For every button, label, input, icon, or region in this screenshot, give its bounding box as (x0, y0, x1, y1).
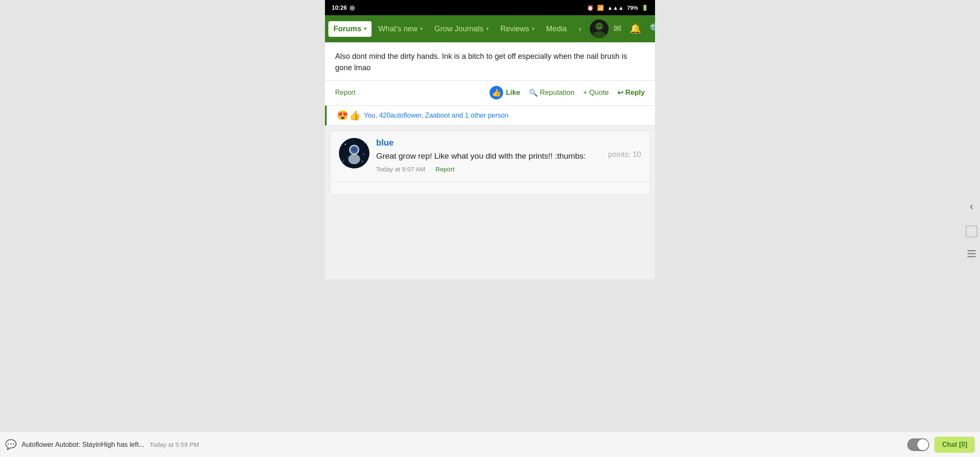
post-text-block: Also dont mind the dirty hands. Ink is a… (325, 42, 655, 81)
like-button[interactable]: 👍 Like (490, 86, 520, 99)
media-label: Media (546, 25, 567, 33)
reactions-row: 😍 👍 You, 420autoflower, Zaaboot and 1 ot… (325, 106, 655, 126)
status-right: ⏰ 📶 ▲▲▲ 79% 🔋 (587, 5, 648, 11)
main-navbar: Forums ▾ What's new ▾ Grow Journals ▾ Re… (325, 15, 655, 42)
forums-label: Forums (333, 25, 361, 33)
reply-meta: Today at 9:07 AM · Report (376, 165, 641, 173)
svg-point-13 (347, 157, 348, 157)
reply-content: Great grow rep! Like what you did with t… (376, 150, 641, 162)
content-area: Also dont mind the dirty hands. Ink is a… (325, 42, 655, 279)
report-button[interactable]: Report (335, 89, 355, 96)
reputation-label: Reputation (540, 88, 575, 97)
whats-new-dropdown-arrow: ▾ (420, 26, 423, 32)
forums-dropdown-arrow: ▾ (364, 26, 366, 32)
svg-point-14 (363, 154, 364, 154)
reply-text: Great grow rep! Like what you did with t… (376, 150, 603, 162)
more-icon: › (579, 25, 581, 33)
quote-label: + Quote (583, 88, 609, 97)
like-thumb-icon: 👍 (490, 86, 503, 99)
battery-icon: 🔋 (641, 5, 648, 11)
nav-item-whats-new[interactable]: What's new ▾ (373, 21, 427, 37)
reaction-emojis: 😍 👍 (337, 110, 361, 121)
nav-item-media[interactable]: Media (541, 21, 572, 37)
nav-more-button[interactable]: › (574, 21, 586, 37)
wifi-icon: 📶 (597, 5, 604, 11)
reply-timestamp: Today at 9:07 AM (376, 165, 425, 173)
svg-point-6 (348, 154, 360, 164)
grow-journals-dropdown-arrow: ▾ (486, 26, 489, 32)
reputation-button[interactable]: 🔍 Reputation (529, 88, 575, 97)
reply-user-avatar[interactable] (339, 138, 369, 168)
reviews-label: Reviews (501, 25, 529, 33)
signal-icon: ▲▲▲ (607, 5, 624, 11)
reaction-users-list[interactable]: You, 420autoflower, Zaaboot and 1 other … (364, 112, 509, 119)
nav-item-forums[interactable]: Forums ▾ (328, 21, 372, 37)
whats-new-label: What's new (378, 25, 417, 33)
post-body-text: Also dont mind the dirty hands. Ink is a… (335, 52, 627, 72)
meta-separator: · (429, 165, 431, 173)
svg-point-11 (362, 161, 363, 162)
reply-header: blue Great grow rep! Like what you did w… (339, 138, 641, 173)
quote-button[interactable]: + Quote (583, 88, 609, 97)
svg-point-10 (364, 143, 365, 143)
status-left: 10:26 ◎ (332, 4, 355, 11)
svg-point-9 (345, 144, 346, 145)
nav-item-reviews[interactable]: Reviews ▾ (496, 21, 540, 37)
battery-level: 79% (627, 5, 638, 11)
circle-icon: ◎ (350, 4, 355, 11)
reply-username[interactable]: blue (376, 138, 641, 148)
reputation-search-icon: 🔍 (529, 88, 538, 97)
alarm-icon: ⏰ (587, 5, 594, 11)
partial-reply-indicator (330, 182, 650, 195)
reply-body: blue Great grow rep! Like what you did w… (376, 138, 641, 173)
user-avatar[interactable] (590, 19, 608, 38)
grow-journals-label: Grow Journals (435, 25, 484, 33)
time-display: 10:26 (332, 4, 347, 11)
reply-button[interactable]: ↩ Reply (617, 88, 645, 97)
notifications-icon[interactable]: 🔔 (626, 20, 644, 38)
svg-point-12 (343, 161, 344, 162)
heart-eyes-emoji: 😍 (337, 110, 348, 121)
post-actions-bar: Report 👍 Like 🔍 Reputation + Quote ↩ Rep… (325, 81, 655, 106)
thumbs-up-emoji: 👍 (349, 110, 361, 121)
like-label: Like (506, 88, 520, 97)
nav-item-grow-journals[interactable]: Grow Journals ▾ (429, 21, 494, 37)
search-icon[interactable]: 🔍 (646, 20, 655, 38)
messages-icon[interactable]: ✉ (610, 20, 625, 38)
reply-label: Reply (625, 88, 645, 97)
reply-arrow-icon: ↩ (617, 88, 623, 97)
reviews-dropdown-arrow: ▾ (532, 26, 534, 32)
reply-report-button[interactable]: Report (435, 165, 454, 173)
nav-icons: ✉ 🔔 🔍 (590, 19, 655, 38)
reply-post-block: blue Great grow rep! Like what you did w… (330, 131, 650, 182)
post-action-right: 👍 Like 🔍 Reputation + Quote ↩ Reply (490, 86, 645, 99)
status-bar: 10:26 ◎ ⏰ 📶 ▲▲▲ 79% 🔋 (325, 0, 655, 15)
svg-point-8 (352, 147, 357, 152)
reply-points: points: 10 (608, 150, 641, 159)
